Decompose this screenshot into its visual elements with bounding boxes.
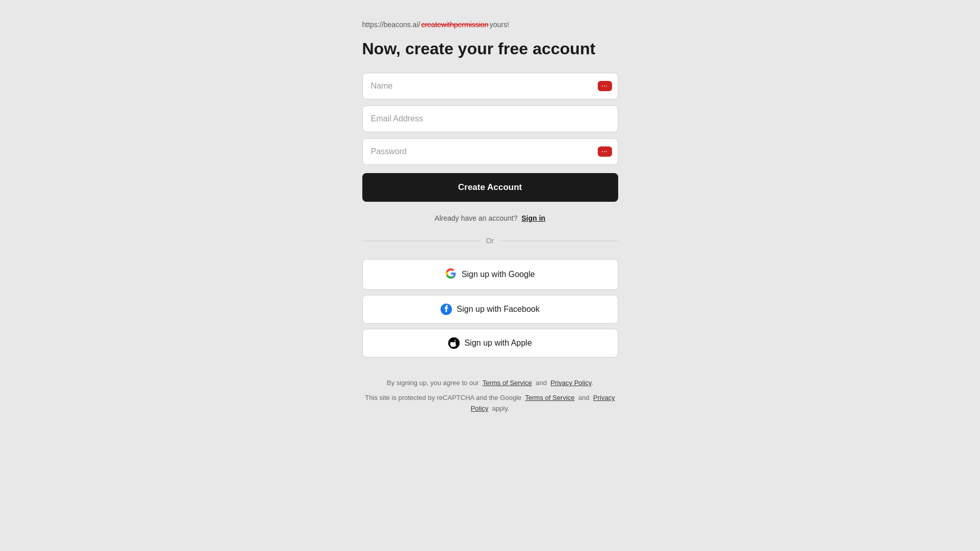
apply-text: apply. xyxy=(492,405,510,412)
email-input[interactable] xyxy=(362,105,618,132)
page-heading: Now, create your free account xyxy=(362,39,596,58)
terms-text: By signing up, you agree to our Terms of… xyxy=(387,378,594,389)
terms-of-service-link[interactable]: Terms of Service xyxy=(483,379,532,387)
google-icon xyxy=(445,268,456,281)
facebook-signup-label: Sign up with Facebook xyxy=(457,305,540,314)
apple-signup-button[interactable]: Sign up with Apple xyxy=(362,329,618,357)
signin-prompt: Already have an account? Sign in xyxy=(362,214,618,222)
signup-form: ··· ··· Create Account Already have an a… xyxy=(362,73,618,414)
email-input-wrapper xyxy=(362,105,618,132)
signup-text: By signing up, you agree to our xyxy=(387,379,479,387)
recaptcha-desc: This site is protected by reCAPTCHA and … xyxy=(365,394,521,401)
name-input[interactable] xyxy=(362,73,618,99)
create-account-button[interactable]: Create Account xyxy=(362,173,618,202)
url-strikethrough: createwithpermission xyxy=(421,20,489,29)
name-input-wrapper: ··· xyxy=(362,73,618,99)
recaptcha-and: and xyxy=(578,394,590,401)
and-text: and xyxy=(536,379,547,387)
divider: Or xyxy=(362,237,618,245)
name-autofill-icon: ··· xyxy=(598,81,612,91)
url-bar: https://beacons.ai/ createwithpermission… xyxy=(362,20,509,29)
divider-line-left xyxy=(362,241,480,241)
divider-label: Or xyxy=(486,237,494,245)
url-suffix: yours! xyxy=(490,20,509,29)
signin-prompt-text: Already have an account? xyxy=(434,214,517,222)
apple-icon xyxy=(448,337,460,349)
privacy-policy-link[interactable]: Privacy Policy xyxy=(551,379,592,387)
footer-section: By signing up, you agree to our Terms of… xyxy=(362,364,618,414)
recaptcha-text: This site is protected by reCAPTCHA and … xyxy=(362,393,618,414)
facebook-icon xyxy=(441,304,452,315)
password-input-wrapper: ··· xyxy=(362,138,618,165)
divider-line-right xyxy=(500,241,618,241)
page-container: https://beacons.ai/ createwithpermission… xyxy=(362,20,618,414)
facebook-signup-button[interactable]: Sign up with Facebook xyxy=(362,295,618,324)
signin-link[interactable]: Sign in xyxy=(521,214,546,222)
url-prefix: https://beacons.ai/ xyxy=(362,20,421,29)
google-signup-button[interactable]: Sign up with Google xyxy=(362,259,618,290)
social-buttons-container: Sign up with Google Sign up with Faceboo… xyxy=(362,259,618,357)
google-signup-label: Sign up with Google xyxy=(462,270,535,279)
recaptcha-terms-link[interactable]: Terms of Service xyxy=(525,394,575,401)
password-input[interactable] xyxy=(362,138,618,165)
password-autofill-icon: ··· xyxy=(598,146,612,157)
apple-signup-label: Sign up with Apple xyxy=(465,338,532,348)
